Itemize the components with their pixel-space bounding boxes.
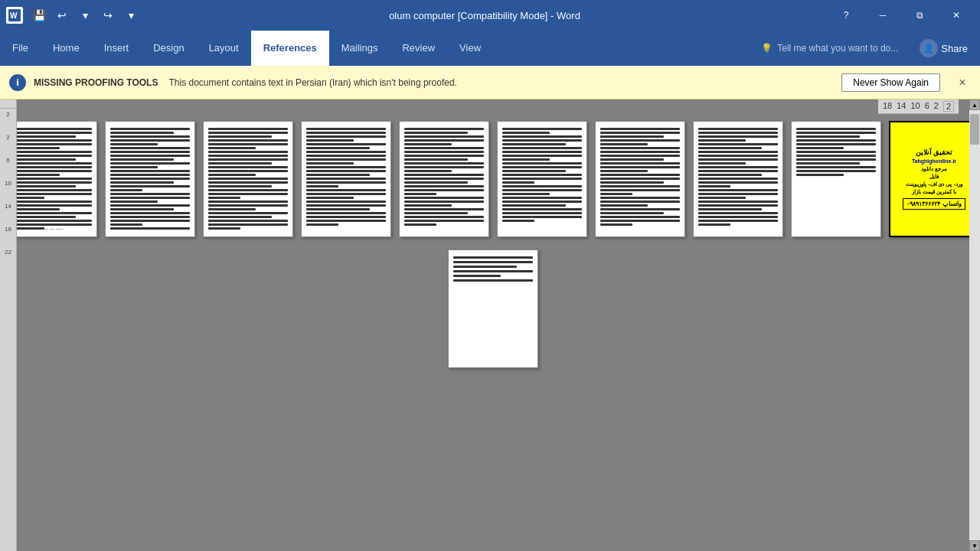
tab-insert[interactable]: Insert bbox=[92, 31, 142, 66]
page-line bbox=[17, 166, 92, 168]
document-page-4[interactable] bbox=[301, 121, 391, 237]
ribbon: File Home Insert Design Layout Reference… bbox=[0, 31, 980, 66]
page-line bbox=[17, 158, 76, 161]
page-line bbox=[17, 208, 60, 210]
page-footer: ── ─ ── bbox=[17, 227, 96, 232]
ruler-mark: 2 bbox=[6, 112, 9, 118]
document-area: 2 2 6 10 14 18 22 18 14 10 6 2 2 bbox=[0, 99, 980, 551]
vertical-ruler: 2 2 6 10 14 18 22 bbox=[0, 99, 17, 551]
undo-dropdown-button[interactable]: ▾ bbox=[75, 5, 95, 25]
page-line bbox=[17, 223, 92, 226]
close-button[interactable]: ✕ bbox=[939, 3, 974, 28]
notification-title: MISSING PROOFING TOOLS bbox=[34, 77, 158, 88]
notification-close-button[interactable]: × bbox=[954, 74, 971, 91]
document-page-5[interactable] bbox=[399, 121, 489, 237]
ad-title: تحقیق آنلاین bbox=[916, 148, 953, 158]
page-line bbox=[17, 147, 60, 149]
zoom-mark: 10 bbox=[910, 101, 920, 112]
pages-row-2 bbox=[448, 249, 538, 368]
page-line bbox=[17, 135, 76, 138]
zoom-mark: 18 bbox=[883, 101, 892, 112]
document-page-6[interactable] bbox=[497, 121, 587, 237]
zoom-mark: 14 bbox=[897, 101, 906, 112]
info-icon: i bbox=[9, 74, 26, 91]
word-icon: W bbox=[6, 7, 23, 24]
document-page-2[interactable] bbox=[105, 121, 195, 237]
quick-access-toolbar: 💾 ↩ ▾ ↪ ▾ bbox=[29, 5, 141, 25]
page-line bbox=[17, 151, 92, 153]
ruler-mark: 18 bbox=[5, 227, 11, 233]
page-line bbox=[17, 178, 92, 180]
document-page-11[interactable] bbox=[448, 249, 538, 368]
page-line bbox=[17, 185, 76, 187]
notification-message: This document contains text in Persian (… bbox=[168, 77, 456, 88]
ad-url: Tahghighonline.ir bbox=[912, 158, 956, 164]
document-page-8[interactable] bbox=[693, 121, 783, 237]
share-button[interactable]: 👤 Share bbox=[907, 31, 980, 66]
page-line bbox=[17, 170, 92, 172]
ruler-mark: 14 bbox=[5, 204, 11, 210]
restore-button[interactable]: ⧉ bbox=[902, 3, 937, 28]
pages-row-1: ── ─ ── bbox=[17, 121, 969, 237]
page-line bbox=[17, 212, 92, 214]
share-icon: 👤 bbox=[920, 39, 938, 57]
page-line bbox=[17, 193, 92, 195]
notification-bar: i MISSING PROOFING TOOLS This document c… bbox=[0, 66, 980, 99]
pages-area: ── ─ ── bbox=[17, 99, 969, 551]
tab-mailings[interactable]: Mailings bbox=[329, 31, 390, 66]
lightbulb-icon: 💡 bbox=[761, 43, 773, 54]
vertical-scrollbar[interactable]: ▲ ▼ bbox=[969, 99, 980, 551]
ruler-mark: 2 bbox=[6, 135, 9, 141]
scroll-thumb[interactable] bbox=[970, 114, 979, 145]
customize-button[interactable]: ▾ bbox=[121, 5, 141, 25]
page-line bbox=[17, 132, 92, 134]
undo-button[interactable]: ↩ bbox=[52, 5, 72, 25]
window-controls: ? ─ ⧉ ✕ bbox=[828, 3, 974, 28]
tell-me-search[interactable]: 💡 Tell me what you want to do... bbox=[752, 31, 907, 66]
page-line bbox=[17, 204, 92, 207]
ruler-mark: 6 bbox=[6, 158, 9, 164]
never-show-again-button[interactable]: Never Show Again bbox=[841, 73, 940, 92]
tab-references[interactable]: References bbox=[251, 31, 329, 66]
scroll-up-button[interactable]: ▲ bbox=[969, 99, 980, 110]
scroll-down-button[interactable]: ▼ bbox=[969, 540, 980, 551]
tab-layout[interactable]: Layout bbox=[197, 31, 251, 66]
page-line bbox=[17, 128, 92, 130]
ad-text: مرجع دانلودفایلورد- پی دی اف- پاورپوینتب… bbox=[906, 165, 962, 195]
scroll-track[interactable] bbox=[969, 110, 980, 540]
titlebar: W 💾 ↩ ▾ ↪ ▾ olum computer [Compatibility… bbox=[0, 0, 980, 31]
page-line bbox=[17, 216, 76, 218]
page-line bbox=[17, 139, 92, 142]
page-line bbox=[17, 162, 92, 165]
ruler-mark: 22 bbox=[5, 249, 11, 256]
ad-phone: ۰۹۸۹۱۳۶۶۶۲۴ واتساپ bbox=[903, 198, 965, 210]
minimize-button[interactable]: ─ bbox=[865, 3, 900, 28]
save-button[interactable]: 💾 bbox=[29, 5, 49, 25]
tab-file[interactable]: File bbox=[0, 31, 41, 66]
zoom-mark: 6 bbox=[925, 101, 929, 112]
tab-review[interactable]: Review bbox=[390, 31, 447, 66]
document-page-10-ad[interactable]: تحقیق آنلاین Tahghighonline.ir مرجع دانل… bbox=[889, 121, 969, 237]
page-line bbox=[17, 181, 92, 184]
document-page-7[interactable] bbox=[595, 121, 685, 237]
page-line bbox=[17, 155, 92, 157]
page-line bbox=[17, 189, 92, 191]
zoom-mark: 2 bbox=[934, 101, 939, 112]
document-page-3[interactable] bbox=[203, 121, 293, 237]
redo-button[interactable]: ↪ bbox=[98, 5, 118, 25]
page-line bbox=[17, 220, 92, 222]
zoom-bar: 18 14 10 6 2 2 bbox=[878, 99, 959, 114]
tab-design[interactable]: Design bbox=[141, 31, 196, 66]
page-line bbox=[17, 197, 44, 199]
page-line bbox=[17, 201, 92, 203]
tab-view[interactable]: View bbox=[447, 31, 493, 66]
page-line bbox=[17, 174, 60, 176]
help-button[interactable]: ? bbox=[828, 3, 864, 28]
document-page-9[interactable] bbox=[791, 121, 881, 237]
page-line bbox=[17, 143, 92, 145]
document-title: olum computer [Compatibility Mode] - Wor… bbox=[147, 10, 822, 21]
zoom-input[interactable]: 2 bbox=[943, 101, 954, 112]
document-page-1[interactable]: ── ─ ── bbox=[17, 121, 97, 237]
tab-home[interactable]: Home bbox=[41, 31, 92, 66]
ruler-mark: 10 bbox=[5, 181, 11, 187]
